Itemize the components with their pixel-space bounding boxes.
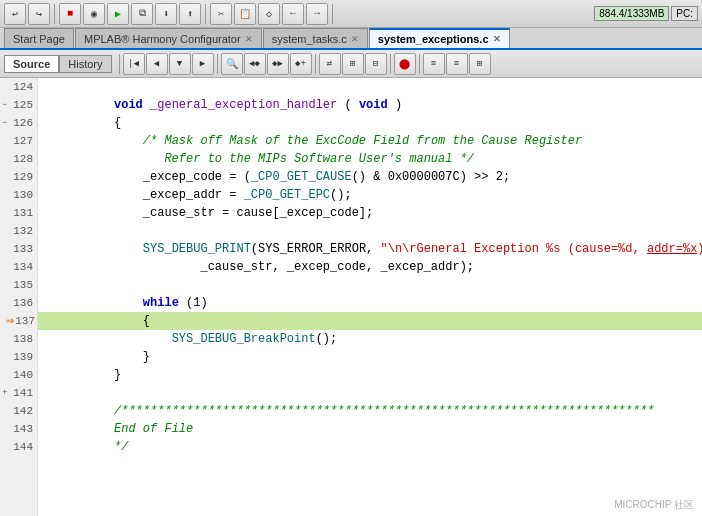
line-138: 138 bbox=[0, 330, 37, 348]
save-btn[interactable]: ⬇ bbox=[155, 3, 177, 25]
bookmark-add[interactable]: ◆+ bbox=[290, 53, 312, 75]
source-tab[interactable]: Source bbox=[4, 55, 59, 73]
line-124: 124 bbox=[0, 78, 37, 96]
sep-end bbox=[419, 54, 420, 74]
sep-nav bbox=[217, 54, 218, 74]
pc-indicator: PC: bbox=[671, 6, 698, 21]
line-136: 136 bbox=[0, 294, 37, 312]
tab-start-page[interactable]: Start Page bbox=[4, 28, 74, 48]
line-129: 129 bbox=[0, 168, 37, 186]
redo-button[interactable]: ↪ bbox=[28, 3, 50, 25]
code-line-124: void _general_exception_handler ( void ) bbox=[38, 78, 702, 96]
separator-3 bbox=[332, 4, 333, 24]
indent-btn[interactable]: ⊟ bbox=[365, 53, 387, 75]
line-125: −125 bbox=[0, 96, 37, 114]
second-toolbar: Source History |◀ ◀ ▼ ▶ 🔍 ◀◆ ◆▶ ◆+ ⇄ ⊞ ⊟… bbox=[0, 50, 702, 78]
line-126: −126 bbox=[0, 114, 37, 132]
line-130: 130 bbox=[0, 186, 37, 204]
close-exceptions-icon[interactable]: ✕ bbox=[493, 34, 501, 44]
line-132: 132 bbox=[0, 222, 37, 240]
nav-btn-2[interactable]: ◀ bbox=[146, 53, 168, 75]
line-134: 134 bbox=[0, 258, 37, 276]
watermark: MICROCHIP 社区 bbox=[614, 498, 694, 512]
undo-button[interactable]: ↩ bbox=[4, 3, 26, 25]
line-141: +141 bbox=[0, 384, 37, 402]
close-tasks-icon[interactable]: ✕ bbox=[351, 34, 359, 44]
line-144: 144 bbox=[0, 438, 37, 456]
memory-indicator: 884.4/1333MB bbox=[594, 6, 669, 21]
history-tab[interactable]: History bbox=[59, 55, 111, 73]
line-128: 128 bbox=[0, 150, 37, 168]
bookmark-next[interactable]: ◆▶ bbox=[267, 53, 289, 75]
sep-src bbox=[119, 54, 120, 74]
line-135: 135 bbox=[0, 276, 37, 294]
stop-button[interactable]: ■ bbox=[59, 3, 81, 25]
cut-btn[interactable]: ✂ bbox=[210, 3, 232, 25]
stop-red[interactable]: ⬤ bbox=[394, 53, 416, 75]
line-143: 143 bbox=[0, 420, 37, 438]
nav-btn-1[interactable]: |◀ bbox=[123, 53, 145, 75]
arrow-right-btn[interactable]: → bbox=[306, 3, 328, 25]
top-toolbar: ↩ ↪ ■ ◉ ▶ ⧉ ⬇ ⬆ ✂ 📋 ◇ ← → 884.4/1333MB P… bbox=[0, 0, 702, 28]
line-131: 131 bbox=[0, 204, 37, 222]
line-numbers: 124 −125 −126 127 128 129 130 131 132 13… bbox=[0, 78, 38, 516]
window-btn[interactable]: ⊞ bbox=[469, 53, 491, 75]
code-line-140 bbox=[38, 366, 702, 384]
separator-1 bbox=[54, 4, 55, 24]
search-btn[interactable]: 🔍 bbox=[221, 53, 243, 75]
nav-btn-3[interactable]: ▼ bbox=[169, 53, 191, 75]
line-127: 127 bbox=[0, 132, 37, 150]
code-container: 124 −125 −126 127 128 129 130 131 132 13… bbox=[0, 78, 702, 516]
nav-btn-4[interactable]: ▶ bbox=[192, 53, 214, 75]
toggle-btn[interactable]: ⇄ bbox=[319, 53, 341, 75]
code-line-144 bbox=[38, 438, 702, 456]
line-139: 139 bbox=[0, 348, 37, 366]
circle-btn[interactable]: ◉ bbox=[83, 3, 105, 25]
copy-btn[interactable]: ⧉ bbox=[131, 3, 153, 25]
play-button[interactable]: ▶ bbox=[107, 3, 129, 25]
bookmark-prev[interactable]: ◀◆ bbox=[244, 53, 266, 75]
source-history-tabs: Source History bbox=[4, 55, 112, 73]
find-btn[interactable]: ◇ bbox=[258, 3, 280, 25]
code-line-135: while (1) bbox=[38, 276, 702, 294]
list-btn-1[interactable]: ≡ bbox=[423, 53, 445, 75]
sep-fmt bbox=[390, 54, 391, 74]
tab-bar: Start Page MPLAB® Harmony Configurator ✕… bbox=[0, 28, 702, 50]
line-140: 140 bbox=[0, 366, 37, 384]
separator-2 bbox=[205, 4, 206, 24]
paste-btn[interactable]: 📋 bbox=[234, 3, 256, 25]
code-line-132: SYS_DEBUG_PRINT(SYS_ERROR_ERROR, "\n\rGe… bbox=[38, 222, 702, 240]
list-btn-2[interactable]: ≡ bbox=[446, 53, 468, 75]
code-editor[interactable]: void _general_exception_handler ( void )… bbox=[38, 78, 702, 516]
sep-bk bbox=[315, 54, 316, 74]
close-harmony-icon[interactable]: ✕ bbox=[245, 34, 253, 44]
format-btn[interactable]: ⊞ bbox=[342, 53, 364, 75]
upload-btn[interactable]: ⬆ bbox=[179, 3, 201, 25]
line-137: ⇒ 137 bbox=[0, 312, 37, 330]
code-line-141: /***************************************… bbox=[38, 384, 702, 402]
arrow-left-btn[interactable]: ← bbox=[282, 3, 304, 25]
line-142: 142 bbox=[0, 402, 37, 420]
tab-harmony[interactable]: MPLAB® Harmony Configurator ✕ bbox=[75, 28, 262, 48]
tab-system-tasks[interactable]: system_tasks.c ✕ bbox=[263, 28, 368, 48]
line-133: 133 bbox=[0, 240, 37, 258]
tab-system-exceptions[interactable]: system_exceptions.c ✕ bbox=[369, 28, 510, 48]
code-line-126: /* Mask off Mask of the ExcCode Field fr… bbox=[38, 114, 702, 132]
